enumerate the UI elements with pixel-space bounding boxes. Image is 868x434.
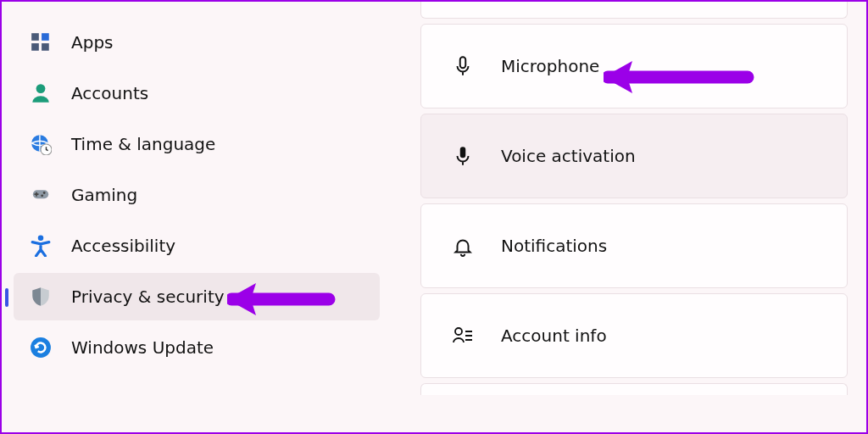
sidebar-item-accessibility[interactable]: Accessibility [14, 222, 380, 270]
selection-accent [5, 288, 8, 307]
svg-point-8 [43, 192, 46, 194]
setting-label: Account info [501, 326, 607, 346]
shield-icon [29, 285, 53, 309]
sidebar-item-accounts[interactable]: Accounts [14, 70, 380, 117]
svg-point-11 [31, 337, 51, 358]
svg-rect-0 [31, 33, 39, 41]
setting-card-notifications[interactable]: Notifications [420, 203, 848, 288]
setting-card-peek-bottom[interactable] [420, 383, 848, 395]
svg-point-14 [455, 328, 462, 335]
sidebar-item-apps[interactable]: Apps [14, 19, 380, 66]
svg-point-9 [41, 194, 43, 197]
setting-label: Voice activation [501, 146, 636, 166]
bell-icon [450, 233, 476, 259]
setting-label: Notifications [501, 236, 607, 256]
svg-rect-13 [460, 147, 466, 158]
svg-rect-3 [42, 33, 49, 41]
accessibility-icon [29, 234, 53, 258]
svg-rect-12 [460, 57, 466, 68]
svg-rect-2 [42, 43, 49, 51]
sidebar-item-gaming[interactable]: Gaming [14, 171, 380, 219]
svg-point-4 [36, 84, 46, 93]
sidebar-item-label: Gaming [71, 185, 137, 205]
globe-clock-icon [29, 132, 53, 156]
microphone-icon [450, 53, 476, 79]
apps-icon [29, 31, 53, 54]
setting-label: Microphone [501, 56, 599, 76]
sidebar-item-label: Accessibility [71, 236, 175, 256]
sidebar-item-label: Time & language [71, 134, 215, 154]
gamepad-icon [29, 183, 53, 207]
content-panel: Microphone Voice activation Notification… [398, 2, 866, 432]
svg-rect-1 [31, 43, 39, 51]
setting-card-microphone[interactable]: Microphone [420, 24, 848, 108]
sidebar-item-time-language[interactable]: Time & language [14, 120, 380, 168]
sidebar-item-privacy-security[interactable]: Privacy & security [14, 273, 380, 320]
account-info-icon [450, 323, 476, 348]
sidebar-item-label: Privacy & security [71, 287, 225, 307]
update-icon [29, 336, 53, 359]
sidebar-item-label: Accounts [71, 83, 148, 103]
svg-point-10 [38, 236, 44, 242]
sidebar-item-windows-update[interactable]: Windows Update [14, 324, 380, 371]
setting-card-voice-activation[interactable]: Voice activation [420, 114, 848, 198]
sidebar-item-label: Windows Update [71, 337, 214, 358]
setting-card-account-info[interactable]: Account info [420, 293, 848, 378]
sidebar: Apps Accounts Time & language [2, 2, 398, 432]
sidebar-item-label: Apps [71, 32, 114, 53]
microphone-solid-icon [450, 143, 476, 169]
person-icon [29, 81, 53, 105]
setting-card-peek-top[interactable] [420, 2, 848, 19]
